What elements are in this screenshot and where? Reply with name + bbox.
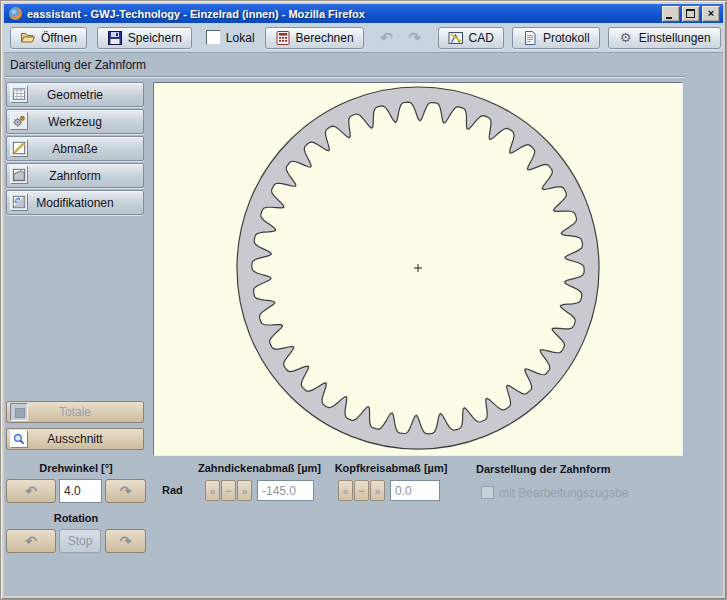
zahndicke-label: Zahndickenabmaß [µm] bbox=[197, 462, 322, 474]
local-checkbox[interactable] bbox=[206, 30, 221, 45]
sidebar-item-modifikationen[interactable]: Modifikationen bbox=[6, 190, 144, 215]
rotation-label: Rotation bbox=[6, 512, 146, 524]
open-button[interactable]: Öffnen bbox=[10, 27, 87, 49]
gear-canvas[interactable] bbox=[153, 82, 683, 456]
rad-label: Rad bbox=[162, 484, 183, 496]
kopfkreis-label: Kopfkreisabmaß [µm] bbox=[332, 462, 450, 474]
abmasse-ruler-icon bbox=[10, 139, 28, 157]
drehwinkel-label: Drehwinkel [°] bbox=[6, 462, 146, 474]
settings-label: Einstellungen bbox=[639, 31, 711, 45]
zahnform-gear-segment-icon bbox=[10, 166, 28, 184]
calculate-button[interactable]: Berechnen bbox=[265, 27, 364, 49]
rotation-ccw-button[interactable]: ↶ bbox=[6, 529, 56, 553]
window-title: eassistant - GWJ-Technology - Einzelrad … bbox=[27, 8, 662, 20]
zahndicke-zero-button[interactable]: − bbox=[221, 480, 236, 501]
totale-icon bbox=[10, 403, 28, 421]
modifikationen-arrows-icon bbox=[10, 193, 28, 211]
werkzeug-gears-icon bbox=[10, 112, 28, 130]
bearbeitungszugabe-label: mit Bearbeitungszugabe bbox=[499, 486, 628, 500]
redo-button[interactable]: ↷ bbox=[402, 27, 428, 49]
floppy-icon bbox=[107, 30, 123, 46]
main-panel: Darstellung der Zahnform Geometrie Werkz… bbox=[4, 53, 723, 596]
undo-button[interactable]: ↶ bbox=[374, 27, 400, 49]
cad-button[interactable]: CAD bbox=[438, 27, 504, 49]
document-icon bbox=[522, 30, 538, 46]
kopfkreis-decrease-button[interactable]: « bbox=[338, 480, 353, 501]
section-title: Darstellung der Zahnform bbox=[10, 58, 146, 72]
zahndicke-increase-button[interactable]: » bbox=[237, 480, 252, 501]
rotate-step-ccw-button[interactable]: ↶ bbox=[6, 479, 56, 503]
rotate-step-cw-button[interactable]: ↷ bbox=[105, 479, 146, 503]
kopfkreis-increase-button[interactable]: » bbox=[370, 480, 385, 501]
local-checkbox-group[interactable]: Lokal bbox=[206, 30, 255, 45]
sidebar-item-zahnform[interactable]: Zahnform bbox=[6, 163, 144, 188]
sidebar-item-geometrie[interactable]: Geometrie bbox=[6, 82, 144, 107]
protocol-label: Protokoll bbox=[543, 31, 590, 45]
local-label: Lokal bbox=[226, 31, 255, 45]
toolbar: Öffnen Speichern Lokal bbox=[4, 23, 723, 53]
rotation-stop-button[interactable]: Stop bbox=[59, 529, 101, 553]
totale-button[interactable]: Totale bbox=[6, 401, 144, 423]
darstellung-label: Darstellung der Zahnform bbox=[476, 463, 610, 475]
open-label: Öffnen bbox=[41, 31, 77, 45]
sidebar-item-abmasse[interactable]: Abmaße bbox=[6, 136, 144, 161]
kopfkreis-input[interactable] bbox=[390, 480, 440, 501]
cad-drafting-icon bbox=[448, 30, 464, 46]
zahndicke-decrease-button[interactable]: « bbox=[205, 480, 220, 501]
geometrie-grid-icon bbox=[10, 85, 28, 103]
settings-button[interactable]: ⚙ Einstellungen bbox=[608, 27, 721, 49]
settings-gear-icon: ⚙ bbox=[618, 30, 634, 46]
protocol-button[interactable]: Protokoll bbox=[512, 27, 600, 49]
open-folder-icon bbox=[20, 30, 36, 46]
magnifier-icon bbox=[10, 430, 28, 448]
sidebar-item-werkzeug[interactable]: Werkzeug bbox=[6, 109, 144, 134]
zahndicke-input[interactable] bbox=[257, 480, 314, 501]
close-button[interactable]: × bbox=[702, 6, 720, 22]
title-bar: eassistant - GWJ-Technology - Einzelrad … bbox=[4, 4, 723, 23]
gear-center-cross bbox=[414, 264, 422, 272]
calculate-label: Berechnen bbox=[296, 31, 354, 45]
bearbeitungszugabe-checkbox[interactable] bbox=[481, 486, 494, 499]
ausschnitt-button[interactable]: Ausschnitt bbox=[6, 428, 144, 450]
save-label: Speichern bbox=[128, 31, 182, 45]
rotation-cw-button[interactable]: ↷ bbox=[105, 529, 146, 553]
save-button[interactable]: Speichern bbox=[97, 27, 192, 49]
drehwinkel-input[interactable] bbox=[59, 479, 102, 503]
minimize-button[interactable] bbox=[662, 6, 680, 22]
cad-label: CAD bbox=[469, 31, 494, 45]
maximize-button[interactable] bbox=[682, 6, 700, 22]
firefox-icon bbox=[9, 7, 22, 20]
kopfkreis-zero-button[interactable]: − bbox=[354, 480, 369, 501]
app-window: eassistant - GWJ-Technology - Einzelrad … bbox=[0, 0, 727, 600]
calculator-icon bbox=[275, 30, 291, 46]
section-divider bbox=[6, 76, 685, 78]
gear-drawing bbox=[154, 83, 682, 455]
